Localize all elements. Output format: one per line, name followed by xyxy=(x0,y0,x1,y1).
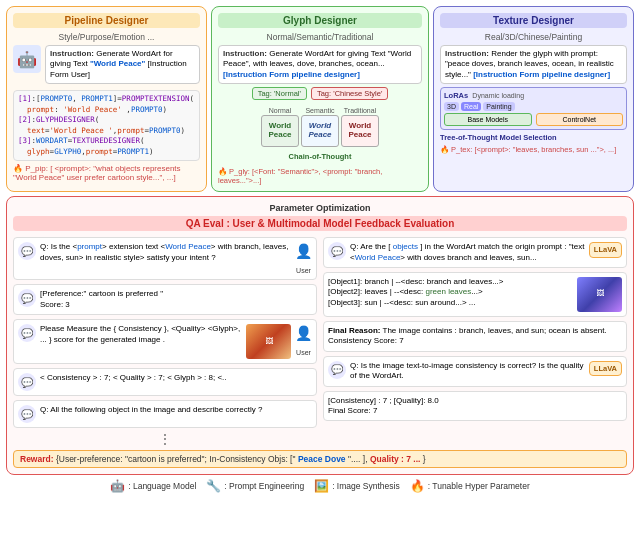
qa-right-text-5: [Consistency] : 7 ; [Quality]: 8.0 Final… xyxy=(328,396,622,417)
qa-right-text-1: Q: Are the [ objects ] in the WordArt ma… xyxy=(350,242,585,263)
qa-section-title: QA Eval : User & Multimodal Model Feedba… xyxy=(13,216,627,231)
glyph-p-gly: 🔥 P_gly: [<Font: "Semantic">, <prompt: "… xyxy=(218,167,422,185)
qa-right-item-1: 💬 Q: Are the [ objects ] in the WordArt … xyxy=(323,237,627,268)
user-label-2: User xyxy=(296,348,311,357)
glyph-instruction: Instruction: Generate WordArt for giving… xyxy=(218,45,422,84)
glyph-img-semantic: WorldPeace xyxy=(301,115,339,147)
user-column-2: 👤 User xyxy=(295,324,312,357)
pipeline-instruction-label: Instruction: xyxy=(50,49,96,58)
qa-text-3: Please Measure the { Consistency }, <Qua… xyxy=(40,324,242,345)
qa-icon-1: 💬 xyxy=(18,242,36,260)
texture-instruction: Instruction: Render the glyph with promp… xyxy=(440,45,627,84)
top-section: Pipeline Designer Style/Purpose/Emotion … xyxy=(6,6,634,192)
lora-painting: Painting xyxy=(483,102,514,111)
pipeline-subtitle: Style/Purpose/Emotion ... xyxy=(13,32,200,42)
texture-instruction-suffix: [Instruction Form pipeline designer] xyxy=(473,70,610,79)
ellipsis: ⋮ xyxy=(13,432,317,446)
glyph-col-semantic: Semantic WorldPeace xyxy=(301,107,339,147)
glyph-img-normal: WorldPeace xyxy=(261,115,299,147)
legend-language-model-label: : Language Model xyxy=(128,481,196,491)
reward-label: Reward: xyxy=(20,454,56,464)
glyph-label-semantic: Semantic xyxy=(305,107,334,114)
llava-badge-1: LLaVA xyxy=(589,242,622,258)
qa-img-2: 🖼 xyxy=(577,277,622,312)
lora-tags: 3D Real Painting xyxy=(444,102,623,111)
qa-icon-3: 💬 xyxy=(18,324,36,342)
code-line-5: [3]:WORDART=TEXTUREDESIGNER( xyxy=(18,136,195,147)
pipeline-instruction: Instruction: Generate WordArt for giving… xyxy=(45,45,200,84)
glyph-col-normal: Normal WorldPeace xyxy=(261,107,299,147)
glyph-styles-row: Normal WorldPeace Semantic WorldPeace Tr… xyxy=(261,107,379,147)
code-line-6: glyph=GLYPH0,prompt=PROMPT1) xyxy=(18,147,195,158)
qa-right: 💬 Q: Are the [ objects ] in the WordArt … xyxy=(323,237,627,446)
texture-subtitle: Real/3D/Chinese/Painting xyxy=(440,32,627,42)
qa-text-2: [Preference:" cartoon is preferred " Sco… xyxy=(40,289,312,310)
controlnet-box: ControlNet xyxy=(536,113,624,126)
parameter-optimization-label: Parameter Optimization xyxy=(13,203,627,213)
tree-of-thought-label: Tree-of-Thought Model Selection xyxy=(440,133,627,142)
texture-p-tex: 🔥 P_tex: [<prompt>: "leaves, branches, s… xyxy=(440,145,627,154)
qa-text-1: Q: Is the <prompt> extension text <World… xyxy=(40,242,291,263)
legend-image-synthesis-label: : Image Synthesis xyxy=(332,481,400,491)
pipeline-title: Pipeline Designer xyxy=(13,13,200,28)
qa-right-item-3: Final Reason: The image contains : branc… xyxy=(323,321,627,352)
main-container: Pipeline Designer Style/Purpose/Emotion … xyxy=(0,0,640,499)
legend-prompt-eng: 🔧 : Prompt Engineering xyxy=(206,479,304,493)
texture-loras-box: LoRAs Dynamic loading 3D Real Painting B… xyxy=(440,87,627,130)
texture-title: Texture Designer xyxy=(440,13,627,28)
qa-text-4: < Consistency > : 7; < Quality > : 7; < … xyxy=(40,373,312,383)
glyph-label-normal: Normal xyxy=(269,107,292,114)
lora-real: Real xyxy=(461,102,481,111)
user-column-1: 👤 User xyxy=(295,242,312,275)
qa-icon-5: 💬 xyxy=(18,405,36,423)
glyph-panel: Glyph Designer Normal/Semantic/Tradition… xyxy=(211,6,429,192)
code-line-2: prompt: 'World Peace' ,PROMPT0) xyxy=(18,105,195,116)
llava-badge-2: LLaVA xyxy=(589,361,622,377)
texture-base-row: Base Models ControlNet xyxy=(444,113,623,126)
glyph-tags: Tag: 'Normal' Tag: 'Chinese Style' xyxy=(252,87,389,102)
base-models-box: Base Models xyxy=(444,113,532,126)
pipeline-code: [1]:[PROMPT0, PROMPT1]=PROMPTEXTENSION( … xyxy=(13,90,200,161)
qa-right-text-3: Final Reason: The image contains : branc… xyxy=(328,326,622,347)
user-figure-2: 👤 xyxy=(295,324,312,342)
reward-bar: Reward: {User-preference: "cartoon is pr… xyxy=(13,450,627,468)
glyph-instruction-label: Instruction: xyxy=(223,49,269,58)
quality-text: Quality : 7 ... xyxy=(370,454,421,464)
legend-row: 🤖 : Language Model 🔧 : Prompt Engineerin… xyxy=(6,479,634,493)
qa-item-5: 💬 Q: All the following object in the ima… xyxy=(13,400,317,428)
chain-of-thought-label: Chain-of-Thought xyxy=(289,152,352,161)
reward-text-start: {User-preference: "cartoon is preferred"… xyxy=(56,454,296,464)
qa-item-1: 💬 Q: Is the <prompt> extension text <Wor… xyxy=(13,237,317,280)
glyph-instruction-suffix: [Instruction Form pipeline designer] xyxy=(223,70,360,79)
qa-icon-2: 💬 xyxy=(18,289,36,307)
language-model-icon: 🤖 xyxy=(110,479,125,493)
legend-prompt-eng-label: : Prompt Engineering xyxy=(224,481,304,491)
glyph-img-traditional: WorldPeace xyxy=(341,115,379,147)
image-synthesis-icon: 🖼️ xyxy=(314,479,329,493)
loras-title: LoRAs Dynamic loading xyxy=(444,91,623,100)
qa-right-item-2: [Object1]: branch | --<desc: branch and … xyxy=(323,272,627,317)
texture-instruction-label: Instruction: xyxy=(445,49,491,58)
peace-dove-text: Peace Dove xyxy=(298,454,346,464)
legend-tunable-param: 🔥 : Tunable Hyper Parameter xyxy=(410,479,530,493)
qa-text-5: Q: All the following object in the image… xyxy=(40,405,312,415)
qa-left: 💬 Q: Is the <prompt> extension text <Wor… xyxy=(13,237,317,446)
glyph-subtitle: Normal/Semantic/Traditional xyxy=(218,32,422,42)
qa-img-1: 🖼 xyxy=(246,324,291,359)
qa-icon-4: 💬 xyxy=(18,373,36,391)
pipeline-robot-icon: 🤖 xyxy=(13,45,41,73)
pipeline-panel: Pipeline Designer Style/Purpose/Emotion … xyxy=(6,6,207,192)
texture-panel: Texture Designer Real/3D/Chinese/Paintin… xyxy=(433,6,634,192)
legend-image-synthesis: 🖼️ : Image Synthesis xyxy=(314,479,400,493)
qa-right-text-2: [Object1]: branch | --<desc: branch and … xyxy=(328,277,573,308)
qa-item-4: 💬 < Consistency > : 7; < Quality > : 7; … xyxy=(13,368,317,396)
qa-right-icon-4: 💬 xyxy=(328,361,346,379)
code-line-3: [2]:GLYPHDESIGNER( xyxy=(18,115,195,126)
code-line-4: text='World Peace ',prompt=PROMPT0) xyxy=(18,126,195,137)
pipeline-p-pip: 🔥 P_pip: [ <prompt>: "what objects repre… xyxy=(13,164,200,182)
glyph-label-traditional: Traditional xyxy=(344,107,376,114)
prompt-engineering-icon: 🔧 xyxy=(206,479,221,493)
glyph-chain: Tag: 'Normal' Tag: 'Chinese Style' Norma… xyxy=(218,87,422,185)
glyph-title: Glyph Designer xyxy=(218,13,422,28)
legend-language-model: 🤖 : Language Model xyxy=(110,479,196,493)
